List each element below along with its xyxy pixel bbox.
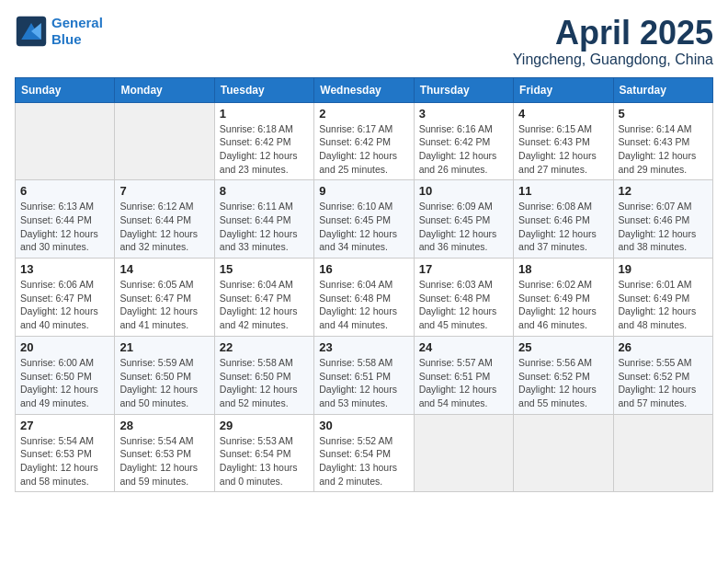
- calendar-cell: 28Sunrise: 5:54 AMSunset: 6:53 PMDayligh…: [115, 414, 214, 492]
- week-row-1: 1Sunrise: 6:18 AMSunset: 6:42 PMDaylight…: [16, 102, 713, 180]
- calendar-cell: 14Sunrise: 6:05 AMSunset: 6:47 PMDayligh…: [115, 259, 214, 337]
- day-number: 1: [220, 107, 309, 121]
- day-info: Sunrise: 6:06 AMSunset: 6:47 PMDaylight:…: [20, 278, 109, 332]
- day-info: Sunrise: 6:14 AMSunset: 6:43 PMDaylight:…: [619, 122, 708, 177]
- header-saturday: Saturday: [613, 77, 712, 102]
- calendar-cell: 16Sunrise: 6:04 AMSunset: 6:48 PMDayligh…: [314, 259, 414, 337]
- day-info: Sunrise: 6:10 AMSunset: 6:45 PMDaylight:…: [319, 200, 408, 254]
- calendar-cell: [414, 414, 513, 492]
- day-number: 2: [319, 107, 408, 121]
- calendar-cell: 23Sunrise: 5:58 AMSunset: 6:51 PMDayligh…: [314, 336, 414, 414]
- day-info: Sunrise: 5:54 AMSunset: 6:53 PMDaylight:…: [20, 434, 109, 488]
- day-info: Sunrise: 5:58 AMSunset: 6:51 PMDaylight:…: [319, 356, 408, 410]
- calendar-cell: 19Sunrise: 6:01 AMSunset: 6:49 PMDayligh…: [613, 259, 712, 337]
- week-row-2: 6Sunrise: 6:13 AMSunset: 6:44 PMDaylight…: [16, 180, 713, 259]
- calendar-cell: [613, 414, 712, 492]
- title-block: April 2025 Yingcheng, Guangdong, China: [513, 15, 713, 68]
- day-number: 25: [518, 340, 608, 354]
- day-info: Sunrise: 6:13 AMSunset: 6:44 PMDaylight:…: [20, 200, 109, 254]
- day-number: 18: [518, 262, 608, 276]
- day-info: Sunrise: 6:17 AMSunset: 6:42 PMDaylight:…: [319, 122, 408, 177]
- day-number: 28: [119, 419, 209, 432]
- day-number: 17: [419, 262, 508, 276]
- logo-line2: Blue: [51, 31, 82, 47]
- day-number: 10: [419, 184, 508, 198]
- day-number: 3: [419, 107, 508, 121]
- day-info: Sunrise: 6:18 AMSunset: 6:42 PMDaylight:…: [220, 122, 309, 177]
- day-number: 26: [619, 340, 708, 354]
- calendar-cell: 25Sunrise: 5:56 AMSunset: 6:52 PMDayligh…: [514, 336, 613, 414]
- calendar-cell: 27Sunrise: 5:54 AMSunset: 6:53 PMDayligh…: [16, 414, 115, 492]
- calendar-cell: 20Sunrise: 6:00 AMSunset: 6:50 PMDayligh…: [16, 336, 115, 414]
- calendar-cell: 22Sunrise: 5:58 AMSunset: 6:50 PMDayligh…: [214, 336, 313, 414]
- day-info: Sunrise: 6:01 AMSunset: 6:49 PMDaylight:…: [619, 278, 708, 332]
- day-number: 15: [220, 262, 309, 276]
- day-number: 11: [518, 184, 608, 198]
- logo-line1: General: [51, 15, 103, 30]
- day-info: Sunrise: 6:09 AMSunset: 6:45 PMDaylight:…: [419, 200, 508, 254]
- day-info: Sunrise: 6:03 AMSunset: 6:48 PMDaylight:…: [419, 278, 508, 332]
- calendar-cell: 5Sunrise: 6:14 AMSunset: 6:43 PMDaylight…: [613, 102, 712, 180]
- calendar-cell: 24Sunrise: 5:57 AMSunset: 6:51 PMDayligh…: [414, 336, 513, 414]
- day-number: 7: [119, 184, 209, 198]
- day-info: Sunrise: 6:02 AMSunset: 6:49 PMDaylight:…: [518, 278, 608, 332]
- logo-icon: [15, 15, 48, 48]
- day-number: 14: [119, 262, 209, 276]
- calendar-cell: 26Sunrise: 5:55 AMSunset: 6:52 PMDayligh…: [613, 336, 712, 414]
- calendar-cell: 2Sunrise: 6:17 AMSunset: 6:42 PMDaylight…: [314, 102, 414, 180]
- day-number: 19: [619, 262, 708, 276]
- header-tuesday: Tuesday: [214, 77, 313, 102]
- header-friday: Friday: [514, 77, 613, 102]
- calendar-cell: 18Sunrise: 6:02 AMSunset: 6:49 PMDayligh…: [514, 259, 613, 337]
- page-header: General Blue April 2025 Yingcheng, Guang…: [15, 15, 713, 68]
- week-row-3: 13Sunrise: 6:06 AMSunset: 6:47 PMDayligh…: [16, 259, 713, 337]
- day-info: Sunrise: 5:56 AMSunset: 6:52 PMDaylight:…: [518, 356, 608, 410]
- calendar-cell: 9Sunrise: 6:10 AMSunset: 6:45 PMDaylight…: [314, 180, 414, 259]
- day-info: Sunrise: 6:00 AMSunset: 6:50 PMDaylight:…: [20, 356, 109, 410]
- calendar-cell: 3Sunrise: 6:16 AMSunset: 6:42 PMDaylight…: [414, 102, 513, 180]
- day-number: 9: [319, 184, 408, 198]
- day-number: 6: [20, 184, 109, 198]
- calendar-cell: 8Sunrise: 6:11 AMSunset: 6:44 PMDaylight…: [214, 180, 313, 259]
- calendar-cell: 7Sunrise: 6:12 AMSunset: 6:44 PMDaylight…: [115, 180, 214, 259]
- day-number: 27: [20, 419, 109, 432]
- calendar-cell: 15Sunrise: 6:04 AMSunset: 6:47 PMDayligh…: [214, 259, 313, 337]
- week-row-5: 27Sunrise: 5:54 AMSunset: 6:53 PMDayligh…: [16, 414, 713, 492]
- calendar-cell: 21Sunrise: 5:59 AMSunset: 6:50 PMDayligh…: [115, 336, 214, 414]
- calendar-cell: [514, 414, 613, 492]
- day-number: 22: [220, 340, 309, 354]
- calendar-header-row: SundayMondayTuesdayWednesdayThursdayFrid…: [16, 77, 713, 102]
- day-number: 13: [20, 262, 109, 276]
- header-wednesday: Wednesday: [314, 77, 414, 102]
- calendar-cell: 12Sunrise: 6:07 AMSunset: 6:46 PMDayligh…: [613, 180, 712, 259]
- day-info: Sunrise: 5:58 AMSunset: 6:50 PMDaylight:…: [220, 356, 309, 410]
- day-info: Sunrise: 6:15 AMSunset: 6:43 PMDaylight:…: [518, 122, 608, 177]
- calendar-cell: 6Sunrise: 6:13 AMSunset: 6:44 PMDaylight…: [16, 180, 115, 259]
- calendar-cell: 29Sunrise: 5:53 AMSunset: 6:54 PMDayligh…: [214, 414, 313, 492]
- calendar-cell: 13Sunrise: 6:06 AMSunset: 6:47 PMDayligh…: [16, 259, 115, 337]
- day-info: Sunrise: 6:04 AMSunset: 6:47 PMDaylight:…: [220, 278, 309, 332]
- logo-text: General Blue: [51, 15, 103, 48]
- header-monday: Monday: [115, 77, 214, 102]
- day-number: 20: [20, 340, 109, 354]
- day-info: Sunrise: 6:04 AMSunset: 6:48 PMDaylight:…: [319, 278, 408, 332]
- day-number: 23: [319, 340, 408, 354]
- day-info: Sunrise: 6:11 AMSunset: 6:44 PMDaylight:…: [220, 200, 309, 254]
- calendar-cell: 10Sunrise: 6:09 AMSunset: 6:45 PMDayligh…: [414, 180, 513, 259]
- day-info: Sunrise: 6:16 AMSunset: 6:42 PMDaylight:…: [419, 122, 508, 177]
- day-number: 16: [319, 262, 408, 276]
- calendar-cell: 30Sunrise: 5:52 AMSunset: 6:54 PMDayligh…: [314, 414, 414, 492]
- header-thursday: Thursday: [414, 77, 513, 102]
- calendar-cell: 1Sunrise: 6:18 AMSunset: 6:42 PMDaylight…: [214, 102, 313, 180]
- day-number: 12: [619, 184, 708, 198]
- calendar-cell: 4Sunrise: 6:15 AMSunset: 6:43 PMDaylight…: [514, 102, 613, 180]
- day-number: 30: [319, 419, 408, 432]
- day-info: Sunrise: 5:59 AMSunset: 6:50 PMDaylight:…: [119, 356, 209, 410]
- calendar-cell: [16, 102, 115, 180]
- header-sunday: Sunday: [16, 77, 115, 102]
- day-info: Sunrise: 5:55 AMSunset: 6:52 PMDaylight:…: [619, 356, 708, 410]
- day-number: 24: [419, 340, 508, 354]
- calendar-table: SundayMondayTuesdayWednesdayThursdayFrid…: [15, 77, 713, 493]
- calendar-cell: 17Sunrise: 6:03 AMSunset: 6:48 PMDayligh…: [414, 259, 513, 337]
- day-info: Sunrise: 6:08 AMSunset: 6:46 PMDaylight:…: [518, 200, 608, 254]
